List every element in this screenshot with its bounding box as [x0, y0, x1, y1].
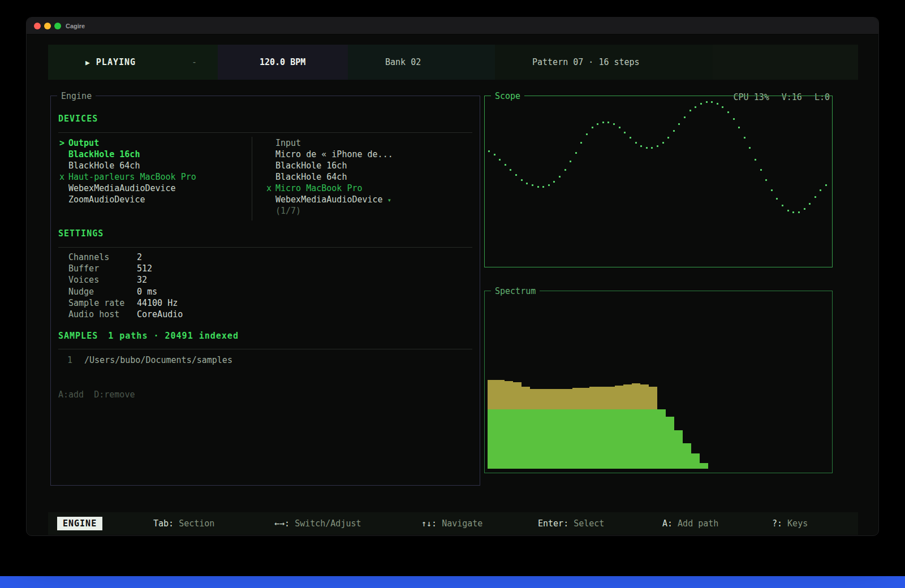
setting-row[interactable]: Voices32: [68, 274, 147, 286]
spectrum-bar-green: [657, 409, 666, 469]
spectrum-bar-green: [623, 409, 632, 469]
setting-label: Nudge: [68, 286, 137, 297]
scope-dot: [646, 147, 648, 149]
spectrum-bar-olive: [547, 389, 555, 409]
scope-wave: [485, 96, 832, 267]
scope-dot: [733, 118, 735, 120]
desktop: Cagire ▶PLAYING - 120.0 BPM Bank 02 Patt…: [0, 0, 905, 588]
scope-dot: [553, 181, 555, 183]
spectrum-bar-olive: [530, 389, 538, 409]
device-name: WebexMediaAudioDevice: [275, 194, 383, 205]
setting-row[interactable]: Channels2: [68, 252, 142, 263]
spectrum-bar-green: [488, 409, 496, 469]
scope-dot: [815, 196, 816, 198]
spectrum-bar: [522, 387, 530, 469]
scope-dot: [499, 159, 501, 161]
spectrum-bar-olive: [522, 387, 530, 409]
scope-dot: [825, 184, 827, 186]
setting-row[interactable]: Sample rate44100 Hz: [68, 297, 178, 309]
sample-path-row[interactable]: 1/Users/bubo/Documents/samples: [67, 354, 232, 366]
setting-row[interactable]: Audio hostCoreAudio: [68, 309, 183, 320]
output-device-item[interactable]: ZoomAudioDevice: [59, 194, 145, 205]
scope-dot: [711, 101, 713, 103]
close-button[interactable]: [34, 23, 41, 29]
scope-dot: [619, 127, 620, 128]
spectrum-bar-green: [691, 453, 700, 469]
output-column-header[interactable]: >Output: [59, 137, 99, 149]
transport-seg-bank: [348, 45, 495, 80]
divider: [58, 247, 472, 248]
spectrum-bar: [581, 388, 589, 469]
scope-dot: [586, 133, 588, 135]
spectrum-bar: [632, 383, 640, 469]
spectrum-bar-olive: [606, 387, 615, 409]
output-device-item[interactable]: BlackHole 64ch: [59, 160, 140, 171]
scope-dot: [657, 145, 658, 147]
setting-value: 32: [137, 275, 147, 285]
scope-panel: Scope: [484, 96, 833, 267]
spectrum-bar-green: [530, 409, 538, 469]
scope-dot: [798, 211, 800, 213]
scope-dot: [575, 152, 577, 154]
scope-dot: [809, 203, 811, 205]
spectrum-bar-green: [615, 409, 623, 469]
scope-dot: [673, 130, 675, 132]
maximize-button[interactable]: [54, 23, 61, 29]
spectrum-bar: [683, 443, 691, 469]
spectrum-bar: [615, 386, 623, 469]
minimize-button[interactable]: [44, 23, 51, 29]
spectrum-bar-green: [572, 409, 581, 469]
setting-value: 2: [137, 252, 142, 262]
play-icon: ▶: [85, 58, 90, 67]
spectrum-bar-olive: [615, 386, 623, 409]
setting-value: 0 ms: [137, 287, 157, 297]
scope-dot: [782, 205, 783, 206]
input-device-item[interactable]: WebexMediaAudioDevice▾: [266, 194, 391, 206]
device-name: BlackHole 64ch: [275, 172, 347, 182]
spectrum-bar-green: [598, 409, 606, 469]
input-device-item[interactable]: Micro de « iPhone de...: [266, 149, 393, 160]
input-device-item[interactable]: xMicro MacBook Pro: [266, 183, 363, 194]
scope-dot: [722, 106, 723, 108]
spectrum-bar-green: [496, 409, 505, 469]
scope-dot: [717, 103, 718, 105]
spectrum-bar-green: [555, 409, 564, 469]
input-device-item[interactable]: BlackHole 16ch: [266, 160, 347, 171]
samples-key-hints: A:add D:remove: [58, 389, 135, 400]
device-name: ZoomAudioDevice: [68, 194, 145, 205]
input-column-header[interactable]: Input: [266, 137, 301, 149]
input-device-item[interactable]: BlackHole 64ch: [266, 171, 347, 183]
scope-dot: [662, 142, 664, 144]
spectrum-bar-green: [649, 409, 657, 469]
setting-label: Channels: [68, 252, 137, 263]
spectrum-bar-olive: [496, 380, 505, 409]
spectrum-bar: [538, 389, 547, 469]
scope-dot: [564, 169, 566, 171]
device-name: Micro MacBook Pro: [275, 183, 363, 193]
setting-row[interactable]: Buffer512: [68, 263, 152, 274]
spectrum-bar: [488, 380, 496, 469]
transport-dash: -: [192, 45, 197, 80]
spectrum-panel: Spectrum: [484, 291, 833, 473]
spectrum-bar-green: [632, 409, 640, 469]
scope-dot: [749, 147, 751, 149]
output-device-item[interactable]: xHaut-parleurs MacBook Pro: [59, 171, 196, 183]
path-index: 1: [67, 355, 72, 365]
hint-navigate: ↑↓: Navigate: [421, 512, 482, 535]
spectrum-bar-green: [505, 409, 513, 469]
samples-heading: SAMPLES: [58, 331, 98, 341]
setting-value: 44100 Hz: [137, 298, 178, 308]
output-device-item[interactable]: BlackHole 16ch: [59, 149, 140, 160]
spectrum-bar-olive: [572, 388, 581, 409]
scope-dot: [706, 101, 708, 103]
output-device-item[interactable]: WebexMediaAudioDevice: [59, 183, 176, 194]
settings-heading: SETTINGS: [58, 228, 104, 239]
setting-row[interactable]: Nudge0 ms: [68, 286, 157, 297]
scope-dot: [640, 145, 642, 147]
mode-badge[interactable]: ENGINE: [57, 517, 102, 530]
device-name: BlackHole 16ch: [68, 149, 140, 159]
scope-dot: [570, 161, 571, 162]
setting-label: Sample rate: [68, 297, 137, 309]
spectrum-bar: [572, 388, 581, 469]
scope-dot: [727, 111, 729, 113]
